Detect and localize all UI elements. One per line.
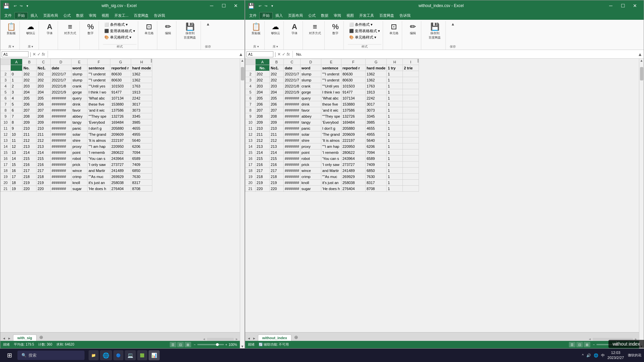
table-cell[interactable]: ####### [51,131,71,137]
normal-view-right[interactable]: ☰ [569,342,576,347]
table-cell[interactable]: reported r [341,65,365,71]
table-cell[interactable]: 137586 [110,107,131,113]
table-cell[interactable]: 280622 [341,149,365,156]
table-cell[interactable]: ####### [51,162,71,168]
table-cell[interactable]: 80630 [341,71,365,77]
formula-expand-left[interactable]: ▲ [238,52,243,57]
table-cell[interactable]: 241489 [110,168,131,174]
normal-view-left[interactable]: ☰ [170,342,176,347]
table-cell[interactable]: ####### [284,125,301,131]
vscroll-up-left[interactable]: ▲ [241,59,244,62]
table-cell[interactable]: hard mode [365,65,386,71]
table-cell[interactable]: 1 [387,162,403,168]
table-cell[interactable]: wince [300,168,321,174]
table-cell[interactable]: ####### [284,119,301,125]
table-cell[interactable]: 206 [37,101,51,107]
table-cell[interactable]: 8317 [365,180,386,186]
table-cell[interactable]: 210 [256,125,270,131]
table-cell[interactable]: ####### [51,101,71,107]
close-btn-left[interactable]: ✕ [230,0,242,11]
table-cell[interactable]: 203 [270,83,284,89]
table-cell[interactable]: 12 [11,143,22,149]
table-cell[interactable]: 7409 [365,162,386,168]
page-break-view-left[interactable]: ⊞ [184,342,191,347]
table-cell[interactable]: 208 [37,113,51,119]
table-cell[interactable] [403,131,419,137]
table-cell[interactable]: 7409 [131,162,152,168]
col-header-F-right[interactable]: F [341,59,365,65]
table-cell[interactable]: ""I underst [321,71,341,77]
table-cell[interactable]: 'Everybod [88,119,110,125]
cell-style-btn[interactable]: 🎨 单元格样式 ▾ [103,35,137,40]
table-cell[interactable]: 202 [37,77,51,83]
menu-baidu-right[interactable]: 百度网盘 [377,12,397,19]
table-cell[interactable]: crimp [300,174,321,180]
table-cell[interactable]: 205 [256,95,270,101]
zoom-minus-left[interactable]: − [194,343,196,347]
table-cell[interactable]: 209609 [110,131,131,137]
table-cell[interactable] [403,137,419,143]
table-cell[interactable]: 212 [270,137,284,143]
col-header-H-right[interactable]: H [387,59,403,65]
table-cell[interactable]: 276404 [110,186,131,192]
table-cell[interactable] [403,77,419,83]
table-cell[interactable]: 80630 [110,77,131,83]
formula-input-left[interactable] [51,52,237,57]
page-break-view-right[interactable]: ⊞ [584,342,590,347]
table-cell[interactable]: these five [321,101,341,107]
table-cell[interactable]: 19 [11,186,22,192]
table-cell[interactable]: 208 [256,113,270,119]
table-format-btn-r[interactable]: ⬛ 套用表格格式 ▾ [348,28,381,34]
table-cell[interactable]: 269929 [341,174,365,180]
table-cell[interactable] [403,95,419,101]
table-cell[interactable] [403,180,419,186]
table-cell[interactable]: 211 [256,131,270,137]
table-cell[interactable]: 1 [387,89,403,95]
right-scroll-h-left[interactable]: ◄ [588,337,591,341]
table-cell[interactable]: 4955 [131,131,152,137]
table-cell[interactable]: drink [71,101,88,107]
table-cell[interactable]: 273727 [110,162,131,168]
menu-help-right[interactable]: 告诉我 [397,12,413,19]
right-sheet-tab-active[interactable]: without_index [258,335,291,341]
table-cell[interactable]: ####### [51,149,71,156]
table-cell[interactable]: ""Until yes [321,83,341,89]
table-cell[interactable]: solar [71,131,88,137]
table-cell[interactable]: 218 [22,174,37,180]
table-cell[interactable]: 213 [37,143,51,149]
menu-baidu-left[interactable]: 百度网盘 [131,12,151,19]
cell-btn-right[interactable]: ⊡ 单元格 [387,22,400,36]
table-cell[interactable]: ####### [51,113,71,119]
menu-home-left[interactable]: 开始 [14,12,28,19]
table-cell[interactable]: 215 [270,156,284,162]
table-cell[interactable]: 217 [37,168,51,174]
col-header-E-left[interactable]: E [71,59,88,65]
table-cell[interactable]: 219 [270,180,284,186]
vscroll-up-right[interactable]: ▲ [640,59,643,62]
table-cell[interactable]: 1 [387,113,403,119]
table-cell[interactable]: 6206 [365,143,386,149]
table-cell[interactable]: 7630 [131,174,152,180]
table-cell[interactable]: it's just an [88,180,110,186]
table-cell[interactable]: 207 [270,107,284,113]
table-cell[interactable]: ####### [284,156,301,162]
table-cell[interactable]: 1 [387,101,403,107]
table-cell[interactable]: 276404 [341,186,365,192]
taskbar-item-chrome[interactable]: 🔵 [113,350,123,360]
cell-style-btn-r[interactable]: 🎨 单元格样式 ▾ [348,35,381,40]
table-cell[interactable]: 1763 [365,83,386,89]
table-cell[interactable] [403,89,419,95]
table-cell[interactable]: shire [300,137,321,143]
table-cell[interactable]: No. [256,65,270,71]
menu-formula-left[interactable]: 公式 [61,12,73,19]
table-cell[interactable]: 217 [22,168,37,174]
formula-confirm-left[interactable]: ✓ [37,52,41,57]
table-cell[interactable]: 169484 [341,119,365,125]
table-cell[interactable]: 203 [22,83,37,89]
number-btn-left[interactable]: % 数字 [84,22,97,36]
table-cell[interactable]: 1 [11,77,22,83]
table-cell[interactable]: 243964 [341,156,365,162]
table-cell[interactable]: 7630 [365,174,386,180]
table-cell[interactable]: 220950 [110,143,131,149]
table-cell[interactable]: 'I only saw [321,162,341,168]
